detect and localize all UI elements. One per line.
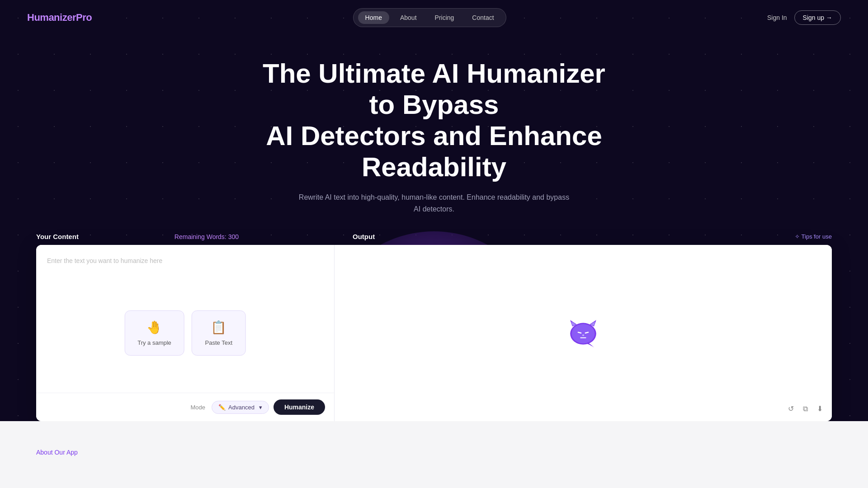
nav-pricing[interactable]: Pricing <box>428 11 462 24</box>
chevron-down-icon: ▾ <box>259 404 262 411</box>
sign-up-button[interactable]: Sign up → <box>794 10 841 25</box>
editor-section: Your Content Remaining Words: 300 Output… <box>0 233 868 421</box>
nav-about[interactable]: About <box>393 11 424 24</box>
hero-subtitle: Rewrite AI text into high-quality, human… <box>298 192 570 215</box>
svg-point-5 <box>571 324 594 343</box>
output-panel: ↺ ⧉ ⬇ <box>335 245 832 421</box>
svg-line-7 <box>585 333 588 333</box>
navbar: HumanizerPro Home About Pricing Contact … <box>0 0 868 35</box>
paste-text-icon: 📋 <box>211 320 226 335</box>
mode-value: Advanced <box>228 404 255 411</box>
tips-label: Tips for use <box>802 233 832 240</box>
hero-title: The Ultimate AI Humanizer to Bypass AI D… <box>262 58 606 183</box>
mode-icon: ✏️ <box>218 404 226 411</box>
input-panel: 🤚 Try a sample 📋 Paste Text Mode ✏️ Adva… <box>36 245 335 421</box>
nav-contact[interactable]: Contact <box>465 11 501 24</box>
try-sample-label: Try a sample <box>137 339 171 346</box>
logo-purple: Pro <box>76 12 92 23</box>
bottom-section: About Our App <box>0 421 868 488</box>
output-mascot <box>565 315 601 351</box>
humanize-button[interactable]: Humanize <box>274 399 325 415</box>
output-toolbar: ↺ ⧉ ⬇ <box>786 403 825 415</box>
copy-button[interactable]: ⧉ <box>801 403 810 415</box>
hero-title-line2: AI Detectors and Enhance Readability <box>266 121 602 182</box>
output-label: Output <box>353 233 375 240</box>
mode-select[interactable]: ✏️ Advanced ▾ <box>212 401 269 414</box>
refresh-button[interactable]: ↺ <box>786 403 796 415</box>
paste-text-card[interactable]: 📋 Paste Text <box>192 310 246 356</box>
hero-section: HumanizerPro Home About Pricing Contact … <box>0 0 868 421</box>
editor-top-row: Your Content Remaining Words: 300 Output… <box>36 233 832 240</box>
remaining-words: Remaining Words: 300 <box>79 233 335 240</box>
action-buttons-overlay: 🤚 Try a sample 📋 Paste Text <box>124 310 246 356</box>
editor-columns: 🤚 Try a sample 📋 Paste Text Mode ✏️ Adva… <box>36 245 832 421</box>
download-button[interactable]: ⬇ <box>815 403 825 415</box>
logo: HumanizerPro <box>27 12 92 23</box>
mode-label: Mode <box>191 404 206 411</box>
hero-content: The Ultimate AI Humanizer to Bypass AI D… <box>0 35 868 215</box>
hero-title-line1: The Ultimate AI Humanizer to Bypass <box>263 58 605 120</box>
input-label: Your Content <box>36 233 79 240</box>
nav-home[interactable]: Home <box>358 11 389 24</box>
tips-icon: ✧ <box>795 233 800 240</box>
tips-link[interactable]: ✧ Tips for use <box>795 233 832 240</box>
svg-point-8 <box>582 334 585 336</box>
input-toolbar: Mode ✏️ Advanced ▾ Humanize <box>36 393 334 421</box>
logo-white: Humanizer <box>27 12 76 23</box>
paste-text-label: Paste Text <box>205 339 232 346</box>
sign-in-button[interactable]: Sign In <box>767 14 787 21</box>
about-link[interactable]: About Our App <box>36 449 78 456</box>
try-sample-icon: 🤚 <box>146 320 162 335</box>
svg-line-6 <box>578 333 581 333</box>
nav-actions: Sign In Sign up → <box>767 10 841 25</box>
try-sample-card[interactable]: 🤚 Try a sample <box>124 310 184 356</box>
nav-links: Home About Pricing Contact <box>353 8 506 27</box>
